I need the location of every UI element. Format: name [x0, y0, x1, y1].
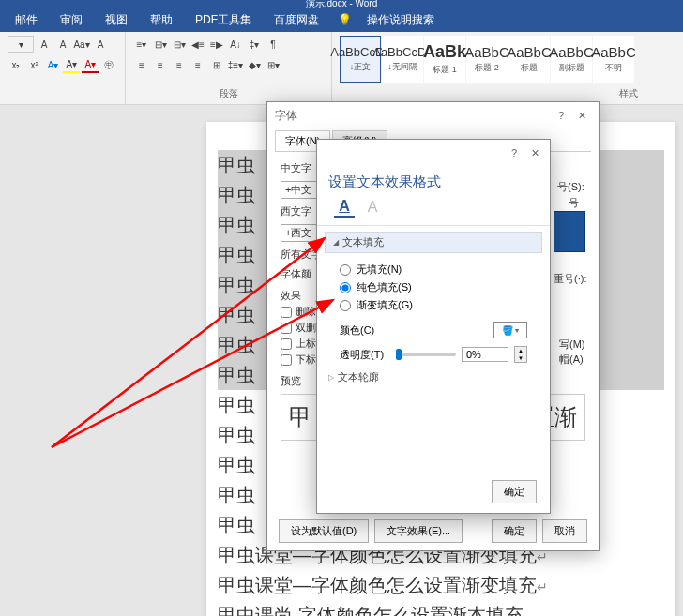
ribbon-group-styles: AaBbCcDc ↓正文 AaBbCcDc ↓无间隔 AaBk 标题 1 AaB… [332, 32, 683, 104]
collapse-icon: ◢ [333, 238, 339, 247]
styles-gallery[interactable]: AaBbCcDc ↓正文 AaBbCcDc ↓无间隔 AaBk 标题 1 AaB… [340, 36, 634, 85]
expand-icon: ▷ [328, 373, 334, 382]
indent-dec-icon[interactable]: ◀≡ [190, 36, 206, 53]
show-marks-icon[interactable]: ¶ [265, 36, 281, 53]
slider-thumb[interactable] [396, 349, 402, 360]
enclose-icon[interactable]: ㊥ [100, 56, 117, 73]
panel-title: 设置文本效果格式 [317, 166, 550, 195]
phonetic-icon[interactable]: A [92, 36, 109, 53]
style-no-spacing[interactable]: AaBbCcDc ↓无间隔 [382, 36, 423, 83]
style-normal[interactable]: AaBbCcDc ↓正文 [340, 36, 381, 83]
multilevel-icon[interactable]: ⊟▾ [171, 36, 188, 53]
section-text-fill[interactable]: ◢ 文本填充 [325, 232, 542, 253]
style-label: ↓正文 [350, 61, 372, 73]
indent-inc-icon[interactable]: ≡▶ [208, 36, 225, 53]
opacity-input[interactable] [462, 347, 508, 362]
spacing-icon[interactable]: ‡≡▾ [227, 56, 244, 73]
doc-line[interactable]: 甲虫课堂—字体颜色怎么设置渐变填充↵ [218, 570, 664, 600]
doc-line[interactable]: 甲中课尚 字体颜色乍么设置渐本填充 [218, 600, 664, 616]
borders-icon[interactable]: ⊞▾ [265, 56, 281, 73]
ribbon-group-paragraph: ≡▾ ⊟▾ ⊟▾ ◀≡ ≡▶ A↓ ‡▾ ¶ ≡ ≡ ≡ ≡ ⊞ ‡≡▾ ◆▾ … [126, 32, 332, 104]
tell-me-search[interactable]: 操作说明搜索 [356, 8, 446, 32]
highlight-icon[interactable]: A▾ [63, 56, 80, 73]
label-preview: 预览 [281, 375, 301, 386]
panel-ok-button[interactable]: 确定 [492, 480, 537, 503]
tell-me-icon: 💡 [338, 13, 352, 26]
menu-bar: 邮件 审阅 视图 帮助 PDF工具集 百度网盘 💡 操作说明搜索 [0, 8, 683, 32]
super-icon[interactable]: x² [26, 56, 43, 73]
dialog-title-text: 字体 [275, 108, 297, 124]
label-color: 颜色(C) [340, 323, 374, 338]
paragraph-group-label: 段落 [133, 85, 324, 100]
label-side-m: 写(M) [559, 338, 585, 352]
styles-group-label: 样式 [340, 85, 675, 100]
panel-help-icon[interactable]: ? [505, 143, 524, 162]
sort-icon[interactable]: A↓ [227, 36, 244, 53]
label-west-font: 西文字 [281, 204, 311, 218]
font-size-icon[interactable]: A [36, 36, 53, 53]
clear-format-icon[interactable]: Aa▾ [73, 36, 90, 53]
dialog-title-bar: 字体 ? ✕ [267, 102, 599, 128]
style-heading2[interactable]: AaBbC 标题 2 [466, 36, 508, 83]
grow-font-icon[interactable]: ▾ [8, 36, 34, 53]
shrink-font-icon[interactable]: A [54, 36, 71, 53]
shading-icon[interactable]: ◆▾ [246, 56, 263, 73]
default-button[interactable]: 设为默认值(D) [279, 519, 369, 543]
dialog-close-icon[interactable]: ✕ [572, 106, 591, 125]
section-text-outline[interactable]: ▷ 文本轮廓 [317, 367, 550, 388]
text-outline-tab-icon[interactable]: A [362, 197, 383, 218]
panel-close-icon[interactable]: ✕ [525, 143, 544, 162]
menu-baidu[interactable]: 百度网盘 [263, 8, 330, 32]
style-heading1[interactable]: AaBk 标题 1 [424, 36, 465, 83]
align-left-icon[interactable]: ≡ [133, 56, 150, 73]
west-font-combo[interactable]: +西文 [281, 224, 320, 242]
style-label: 标题 1 [433, 64, 457, 76]
style-label: 不明 [605, 62, 622, 74]
menu-pdf[interactable]: PDF工具集 [184, 8, 263, 32]
text-fill-tab-icon[interactable]: A [334, 197, 355, 218]
style-unknown[interactable]: AaBbC 不明 [593, 36, 634, 83]
menu-help[interactable]: 帮助 [139, 8, 184, 32]
panel-title-row: ? ✕ [317, 140, 550, 166]
spinner-down-icon[interactable]: ▼ [515, 354, 526, 362]
menu-mail[interactable]: 邮件 [4, 8, 49, 32]
menu-review[interactable]: 审阅 [49, 8, 94, 32]
opacity-slider[interactable] [396, 353, 456, 356]
menu-view[interactable]: 视图 [94, 8, 139, 32]
style-preview: AaBbC [464, 44, 509, 60]
distributed-icon[interactable]: ⊞ [208, 56, 225, 73]
label-style-s: 号(S): [557, 180, 584, 194]
font-group-label [8, 88, 117, 100]
style-preview: AaBk [423, 42, 466, 62]
cn-font-combo[interactable]: +中文 [281, 181, 320, 199]
radio-no-fill[interactable]: 无填充(N) [340, 263, 527, 277]
justify-icon[interactable]: ≡ [190, 56, 206, 73]
xline-icon[interactable]: x₂ [8, 56, 24, 73]
style-label: 副标题 [559, 62, 584, 74]
section-outline-label: 文本轮廓 [338, 370, 379, 384]
style-label: 标题 2 [475, 62, 499, 74]
ok-button[interactable]: 确定 [492, 519, 537, 543]
numbering-icon[interactable]: ⊟▾ [152, 36, 169, 53]
dialog-help-icon[interactable]: ? [552, 106, 570, 125]
align-center-icon[interactable]: ≡ [152, 56, 169, 73]
bullets-icon[interactable]: ≡▾ [133, 36, 150, 53]
style-preview: AaBbC [591, 44, 636, 60]
style-subtitle[interactable]: AaBbC 副标题 [551, 36, 592, 83]
label-side-a: 帽(A) [559, 353, 584, 367]
align-right-icon[interactable]: ≡ [171, 56, 188, 73]
radio-gradient-fill[interactable]: 渐变填充(G) [340, 298, 527, 312]
style-title[interactable]: AaBbC 标题 [508, 36, 550, 83]
preview-text: 甲 [289, 402, 311, 432]
spinner-up-icon[interactable]: ▲ [515, 347, 526, 354]
color-picker[interactable]: 🪣 ▾ [493, 322, 527, 338]
font-color-icon[interactable]: A▾ [82, 56, 99, 73]
effects-dd-icon[interactable]: A▾ [45, 56, 62, 73]
text-effects-button[interactable]: 文字效果(E)... [374, 519, 463, 543]
opacity-spinner[interactable]: ▲ ▼ [514, 346, 527, 363]
size-list-sel[interactable] [554, 211, 585, 252]
cancel-button[interactable]: 取消 [542, 519, 587, 543]
radio-solid-fill[interactable]: 纯色填充(S) [340, 280, 527, 294]
panel-footer: 确定 [492, 480, 537, 503]
line-spacing-icon[interactable]: ‡▾ [246, 36, 263, 53]
